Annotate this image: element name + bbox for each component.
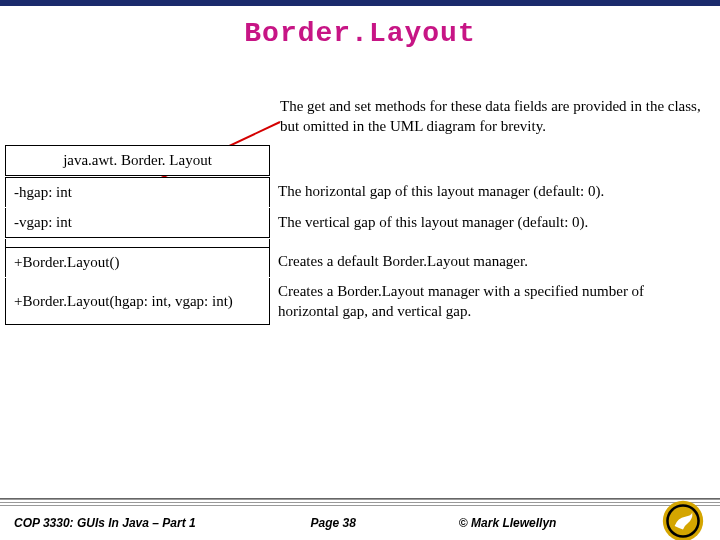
uml-field-desc: The horizontal gap of this layout manage… [270,177,715,207]
uml-method-desc: Creates a default Border.Layout manager. [270,247,715,277]
uml-field: -hgap: int [5,177,270,207]
uml-field-desc: The vertical gap of this layout manager … [270,208,715,238]
footer-divider [0,498,720,506]
footer-page: Page 38 [311,516,459,530]
spacer [270,145,715,176]
uml-method-desc: Creates a Border.Layout manager with a s… [270,278,715,325]
slide-title: Border.Layout [0,18,720,49]
footer-course: COP 3330: GUIs In Java – Part 1 [14,516,311,530]
top-accent-bar [0,0,720,6]
uml-separator [5,239,270,247]
ucf-pegasus-logo-icon [662,500,704,540]
uml-method: +Border.Layout(hgap: int, vgap: int) [5,278,270,325]
uml-field: -vgap: int [5,208,270,238]
uml-method: +Border.Layout() [5,247,270,277]
uml-diagram: The get and set methods for these data f… [5,145,715,326]
uml-note: The get and set methods for these data f… [280,97,710,136]
slide-footer: COP 3330: GUIs In Java – Part 1 Page 38 … [0,498,720,540]
uml-class-name: java.awt. Border. Layout [5,145,270,176]
